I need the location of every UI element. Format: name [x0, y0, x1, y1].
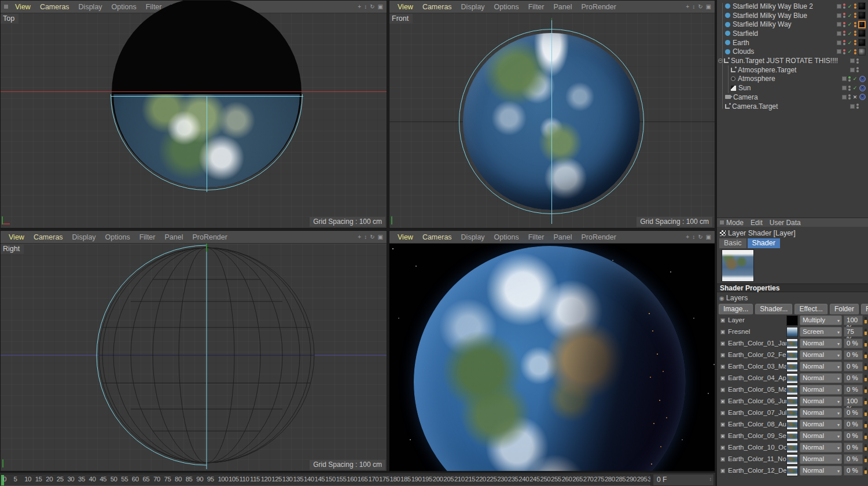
layer-checkbox[interactable]	[720, 457, 725, 462]
object-row[interactable]: Starfield Milky Way✓	[717, 20, 868, 29]
opacity-field[interactable]: 0 %	[844, 385, 863, 395]
object-row[interactable]: Starfield Milky Way Blue✓	[717, 11, 868, 20]
value-spinner[interactable]	[865, 398, 867, 404]
layer-row[interactable]: Earth_Color_12_DecNormal0 %	[717, 465, 868, 477]
keyframe-dots-icon[interactable]	[854, 3, 856, 9]
pan-icon[interactable]: +	[686, 234, 689, 240]
menu-options[interactable]: Options	[490, 233, 524, 241]
opacity-field[interactable]: 0 %	[844, 443, 863, 452]
zoom-icon[interactable]: ↕	[364, 234, 367, 240]
enable-toggle[interactable]	[837, 41, 841, 45]
viewport-top[interactable]: ViewCamerasDisplayOptionsFilterPanelProR…	[0, 0, 387, 229]
menu-display[interactable]: Display	[457, 233, 490, 241]
object-manager[interactable]: Starfield Milky Way Blue 2✓Starfield Mil…	[717, 0, 868, 217]
layer-name[interactable]: Earth_Color_03_Mar	[728, 363, 790, 370]
menu-view[interactable]: View	[10, 3, 35, 11]
rotate-icon[interactable]: ↻	[370, 234, 374, 240]
blend-mode-dropdown[interactable]: Normal	[800, 431, 842, 441]
material-thumbnail[interactable]	[858, 48, 866, 56]
menu-prorender[interactable]: ProRender	[576, 233, 620, 241]
enable-toggle[interactable]	[837, 13, 841, 18]
visibility-dots[interactable]	[856, 67, 859, 72]
visibility-dots[interactable]	[843, 3, 845, 9]
menu-prorender[interactable]: ProRender	[187, 233, 231, 241]
material-thumbnail[interactable]	[858, 21, 866, 28]
menu-cameras[interactable]: Cameras	[418, 233, 457, 241]
menu-view[interactable]: View	[393, 233, 418, 241]
target-tag-icon[interactable]	[859, 76, 866, 82]
render-check-icon[interactable]: ✓	[847, 3, 852, 9]
material-thumbnail[interactable]	[858, 2, 866, 10]
render-check-icon[interactable]: ✓	[852, 76, 858, 82]
menu-options[interactable]: Options	[490, 3, 524, 11]
enable-toggle[interactable]	[850, 104, 855, 109]
object-label[interactable]: Clouds	[733, 47, 754, 56]
menu-cameras[interactable]: Cameras	[35, 3, 74, 11]
layer-checkbox[interactable]	[720, 388, 725, 392]
layer-thumbnail[interactable]	[786, 408, 798, 418]
value-spinner[interactable]	[865, 317, 867, 323]
value-spinner[interactable]	[865, 329, 867, 335]
object-label[interactable]: Starfield	[733, 30, 758, 38]
folder-button[interactable]: Folder	[830, 304, 859, 315]
layer-name[interactable]: Fresnel	[728, 328, 750, 335]
layer-row[interactable]: Earth_Color_06_JunNormal100 %	[717, 396, 868, 407]
value-spinner[interactable]	[865, 410, 867, 416]
value-spinner[interactable]	[865, 467, 867, 474]
layer-thumbnail[interactable]	[786, 419, 798, 430]
visibility-dots[interactable]	[848, 94, 851, 100]
object-label[interactable]: Starfield Milky Way Blue	[733, 12, 807, 20]
blend-mode-dropdown[interactable]: Normal	[800, 466, 842, 476]
layer-thumbnail[interactable]	[786, 443, 798, 453]
layer-row[interactable]: FresnelScreen75 %	[717, 326, 868, 338]
layer-checkbox[interactable]	[720, 446, 725, 450]
value-spinner[interactable]	[865, 421, 867, 428]
menu-view[interactable]: View	[4, 233, 29, 241]
layer-name[interactable]: Earth_Color_07_Jul	[728, 409, 787, 416]
pan-icon[interactable]: +	[358, 4, 361, 10]
layer-checkbox[interactable]	[720, 318, 725, 323]
layer-row[interactable]: Earth_Color_07_JulNormal0 %	[717, 407, 868, 419]
blend-mode-dropdown[interactable]: Screen	[800, 327, 842, 337]
visibility-dots[interactable]	[843, 49, 845, 54]
blend-mode-dropdown[interactable]: Multiply	[800, 315, 842, 325]
blend-mode-dropdown[interactable]: Normal	[800, 385, 842, 395]
target-tag-icon[interactable]	[859, 94, 866, 100]
object-row[interactable]: Atmosphere✓	[717, 75, 868, 84]
menu-options[interactable]: Options	[107, 3, 141, 11]
viewport-menu-icon[interactable]	[4, 5, 8, 9]
object-row[interactable]: Starfield Milky Way Blue 2✓	[717, 2, 868, 11]
viewport-top-canvas[interactable]: Grid Spacing : 100 cm	[1, 13, 387, 228]
attr-menu-user-data[interactable]: User Data	[770, 219, 801, 227]
zoom-icon[interactable]: ↕	[692, 4, 695, 10]
enable-toggle[interactable]	[842, 86, 847, 90]
visibility-dots[interactable]	[848, 86, 851, 91]
layer-name[interactable]: Earth_Color_09_Sep	[728, 432, 790, 439]
object-label[interactable]: Camera.Target	[732, 102, 778, 111]
effect-button[interactable]: Effect...	[795, 304, 827, 315]
rotate-icon[interactable]: ↻	[370, 4, 374, 10]
shader-preview-thumbnail[interactable]	[722, 249, 754, 282]
layer-checkbox[interactable]	[720, 376, 725, 381]
menu-cameras[interactable]: Cameras	[29, 233, 68, 241]
layers-expand-icon[interactable]: ◉	[719, 295, 724, 301]
viewport-right-canvas[interactable]: Grid Spacing : 100 cm	[1, 244, 387, 471]
material-thumbnail[interactable]	[858, 39, 866, 46]
layer-row[interactable]: Earth_Color_11_NovNormal0 %	[717, 454, 868, 465]
object-row[interactable]: Sun✓	[717, 83, 868, 93]
layer-row[interactable]: Earth_Color_08_AugNormal0 %	[717, 419, 868, 430]
layer-checkbox[interactable]	[720, 469, 725, 473]
render-check-icon[interactable]: ✓	[847, 31, 852, 36]
blend-mode-dropdown[interactable]: Normal	[800, 338, 842, 348]
value-spinner[interactable]	[865, 375, 867, 381]
zoom-icon[interactable]: ↕	[364, 4, 367, 10]
pan-icon[interactable]: +	[686, 4, 689, 10]
image-button[interactable]: Image...	[719, 304, 753, 315]
layer-name[interactable]: Earth_Color_04_Apr	[728, 374, 789, 381]
object-label[interactable]: Atmosphere	[738, 75, 775, 83]
value-spinner[interactable]	[865, 433, 867, 439]
layer-thumbnail[interactable]	[786, 385, 798, 395]
expander-icon[interactable]: −	[718, 58, 723, 63]
layer-name[interactable]: Earth_Color_11_Nov	[728, 455, 790, 462]
object-label[interactable]: Earth	[733, 39, 749, 47]
